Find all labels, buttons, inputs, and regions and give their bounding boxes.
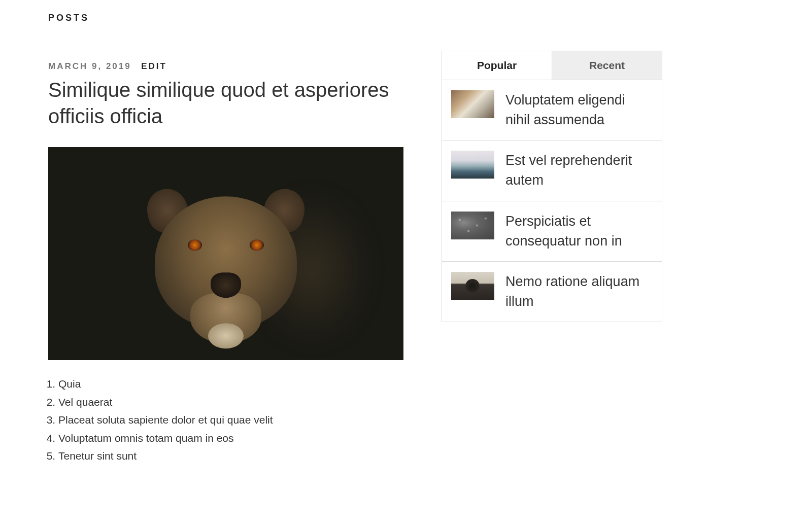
- post-title[interactable]: Similique similique quod et asperiores o…: [48, 77, 403, 129]
- sidebar-tabs: Popular Recent: [442, 51, 662, 80]
- sidebar-post-list: Voluptatem eligendi nihil assumenda Est …: [442, 80, 662, 322]
- list-item: Quia: [58, 375, 403, 393]
- list-item: Tenetur sint sunt: [58, 447, 403, 465]
- list-item: Voluptatum omnis totam quam in eos: [58, 430, 403, 447]
- posts-heading: POSTS: [48, 13, 403, 23]
- lion-image: [140, 166, 312, 348]
- post-featured-image[interactable]: [48, 147, 403, 360]
- post-date[interactable]: MARCH 9, 2019: [48, 61, 131, 71]
- sidebar-thumbnail: [451, 90, 494, 118]
- list-item: Vel quaerat: [58, 394, 403, 411]
- main-content: POSTS MARCH 9, 2019 EDIT Similique simil…: [48, 13, 403, 466]
- sidebar-thumbnail: [451, 151, 494, 179]
- tab-popular[interactable]: Popular: [442, 51, 552, 80]
- sidebar-item-title: Voluptatem eligendi nihil assumenda: [505, 92, 625, 127]
- sidebar-item-title: Est vel reprehenderit autem: [505, 153, 632, 188]
- post-meta: MARCH 9, 2019 EDIT: [48, 61, 403, 72]
- sidebar-item-title: Nemo ratione aliquam illum: [505, 274, 639, 309]
- sidebar-item[interactable]: Est vel reprehenderit autem: [442, 141, 662, 201]
- edit-link[interactable]: EDIT: [141, 61, 167, 71]
- sidebar-thumbnail: [451, 272, 494, 300]
- tab-recent[interactable]: Recent: [552, 51, 662, 80]
- sidebar-item[interactable]: Nemo ratione aliquam illum: [442, 262, 662, 322]
- sidebar-item-title: Perspiciatis et consequatur non in: [505, 214, 622, 249]
- sidebar-item[interactable]: Voluptatem eligendi nihil assumenda: [442, 80, 662, 141]
- sidebar: Popular Recent Voluptatem eligendi nihil…: [442, 13, 662, 466]
- sidebar-item[interactable]: Perspiciatis et consequatur non in: [442, 201, 662, 262]
- list-item: Placeat soluta sapiente dolor et qui qua…: [58, 411, 403, 429]
- post-ordered-list: Quia Vel quaerat Placeat soluta sapiente…: [48, 375, 403, 465]
- sidebar-thumbnail: [451, 212, 494, 239]
